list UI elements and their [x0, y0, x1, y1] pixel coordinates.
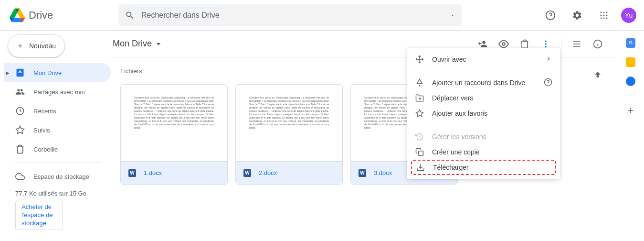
list-view-icon: [572, 39, 581, 49]
expand-icon[interactable]: ▶: [6, 70, 10, 76]
menu-label: Gérer les versions: [432, 133, 552, 141]
keep-app-icon[interactable]: [626, 57, 635, 67]
menu-open-with[interactable]: Ouvrir avec: [407, 52, 560, 67]
file-footer: W 1.docx: [121, 161, 227, 184]
sidebar-item-shared[interactable]: Partagés avec moi: [4, 82, 111, 101]
search-bar[interactable]: Rechercher dans Drive: [118, 4, 462, 26]
header-actions: Yu: [541, 6, 636, 25]
search-icon: [125, 11, 135, 20]
svg-point-12: [545, 40, 546, 42]
drive-folder-icon: [15, 68, 25, 77]
svg-point-7: [601, 17, 602, 19]
menu-label: Ouvrir avec: [432, 55, 545, 63]
sidebar: Nouveau ▶ Mon Drive Partagés avec moi Ré…: [0, 31, 111, 241]
file-footer: W 2.docx: [236, 161, 342, 184]
download-icon: [416, 163, 425, 172]
sort-button[interactable]: [588, 65, 607, 84]
menu-label: Ajouter aux favoris: [432, 110, 552, 117]
people-icon: [15, 87, 25, 97]
more-vert-icon: [541, 39, 550, 49]
svg-point-11: [502, 43, 505, 45]
details-button[interactable]: [588, 34, 607, 54]
menu-label: Déplacer vers: [432, 94, 552, 102]
files-section-label: Fichiers: [120, 67, 142, 75]
sidebar-item-recent[interactable]: Récents: [4, 101, 111, 120]
menu-separator: [407, 125, 560, 125]
file-card[interactable]: Condimentum porta leo ullamcorper adipis…: [120, 84, 228, 185]
star-icon: [15, 125, 25, 135]
tasks-app-icon[interactable]: [626, 77, 635, 86]
user-avatar[interactable]: Yu: [621, 8, 636, 23]
plus-icon: [17, 40, 23, 52]
menu-add-star[interactable]: Ajouter aux favoris: [407, 106, 560, 121]
nav-label: Corbeille: [33, 146, 58, 153]
svg-point-2: [603, 11, 605, 13]
right-sidebar: +: [617, 31, 644, 241]
word-icon: W: [359, 169, 366, 177]
file-name: 1.docx: [144, 169, 162, 176]
search-placeholder: Rechercher dans Drive: [141, 11, 450, 20]
svg-point-14: [545, 46, 546, 47]
breadcrumb[interactable]: Mon Drive: [113, 39, 163, 49]
add-addon-button[interactable]: +: [626, 106, 635, 115]
menu-download[interactable]: Télécharger: [411, 160, 556, 175]
menu-label: Ajouter un raccourci dans Drive: [432, 79, 544, 87]
svg-point-5: [603, 14, 605, 16]
header: Drive Rechercher dans Drive Yu: [0, 0, 644, 31]
context-menu: Ouvrir avec Ajouter un raccourci dans Dr…: [407, 48, 560, 179]
sidebar-item-storage[interactable]: Espace de stockage: [4, 167, 111, 186]
shortcut-icon: [415, 78, 424, 88]
view-list-button[interactable]: [567, 34, 586, 54]
trash-icon: [15, 144, 25, 154]
trash-icon: [520, 39, 529, 49]
search-options-icon[interactable]: [450, 12, 455, 18]
sidebar-item-trash[interactable]: Corbeille: [4, 140, 111, 159]
cloud-icon: [15, 172, 25, 181]
menu-make-copy[interactable]: Créer une copie: [407, 144, 560, 160]
file-name: 2.docx: [259, 169, 277, 176]
history-icon: [415, 132, 424, 142]
svg-point-6: [606, 14, 608, 16]
move-icon: [415, 55, 424, 64]
svg-point-13: [545, 43, 546, 44]
file-preview: Condimentum porta leo ullamcorper adipis…: [236, 85, 342, 161]
storage-used-text: 77,7 Ko utilisés sur 15 Go: [4, 186, 111, 201]
toolbar-separator: [561, 38, 561, 50]
logo-area[interactable]: Drive: [8, 6, 118, 25]
new-button[interactable]: Nouveau: [8, 34, 65, 57]
product-name: Drive: [29, 9, 53, 22]
word-icon: W: [128, 169, 136, 177]
menu-add-shortcut[interactable]: Ajouter un raccourci dans Drive: [407, 75, 560, 90]
word-icon: W: [243, 169, 251, 177]
person-add-icon: [478, 39, 487, 49]
apps-button[interactable]: [594, 6, 613, 25]
breadcrumb-label: Mon Drive: [113, 39, 152, 49]
menu-manage-versions: Gérer les versions: [407, 129, 560, 144]
calendar-app-icon[interactable]: [626, 38, 635, 48]
star-icon: [415, 109, 424, 118]
help-button[interactable]: [541, 6, 560, 25]
rightbar-divider: [626, 96, 635, 96]
sidebar-item-starred[interactable]: Suivis: [4, 120, 111, 140]
svg-rect-17: [419, 151, 423, 156]
nav-label: Partagés avec moi: [33, 88, 85, 96]
clock-icon: [15, 106, 25, 116]
nav-label: Mon Drive: [33, 69, 62, 77]
svg-point-1: [601, 11, 602, 13]
menu-label: Créer une copie: [432, 148, 552, 156]
drive-logo-icon: [8, 6, 27, 25]
nav-label: Espace de stockage: [33, 173, 89, 180]
file-card[interactable]: Condimentum porta leo ullamcorper adipis…: [235, 84, 343, 185]
file-name: 3.docx: [374, 169, 392, 176]
svg-point-8: [603, 17, 605, 19]
settings-button[interactable]: [568, 6, 587, 25]
folder-move-icon: [415, 93, 424, 103]
menu-move-to[interactable]: Déplacer vers: [407, 90, 560, 106]
svg-point-3: [606, 11, 608, 13]
apps-grid-icon: [600, 11, 608, 20]
file-preview: Condimentum porta leo ullamcorper adipis…: [121, 85, 227, 161]
sidebar-divider: [15, 163, 101, 163]
sidebar-item-mydrive[interactable]: ▶ Mon Drive: [4, 63, 111, 82]
help-icon[interactable]: [544, 78, 552, 88]
buy-storage-link[interactable]: Acheter de l'espace de stockage: [15, 201, 63, 230]
